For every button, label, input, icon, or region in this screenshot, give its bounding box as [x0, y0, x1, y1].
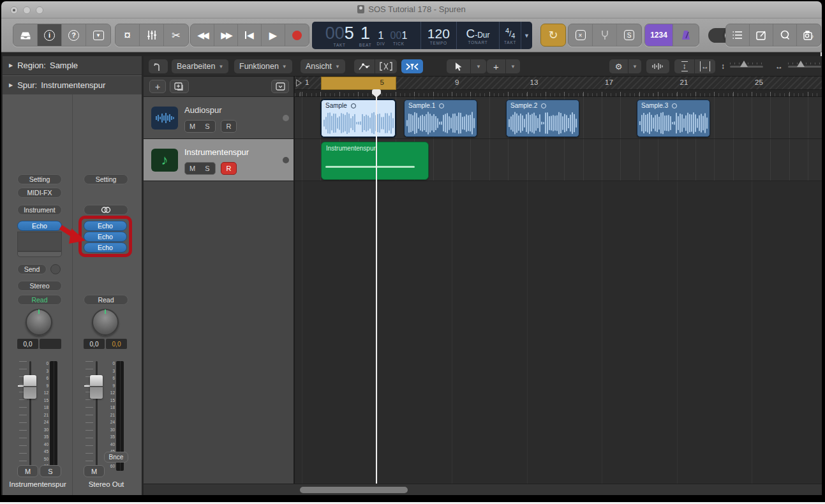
solo-button-left-strip[interactable]: S: [40, 465, 61, 477]
horizontal-zoom-thumb[interactable]: [797, 61, 805, 67]
volume-fader-right[interactable]: [90, 375, 103, 399]
solo-mode-button[interactable]: S: [617, 24, 641, 46]
rewind-button[interactable]: ◀◀: [191, 24, 214, 46]
record-enable-button-track2[interactable]: R: [221, 162, 237, 175]
send-button[interactable]: Send: [17, 264, 47, 274]
list-editors-button[interactable]: [726, 24, 750, 46]
vertical-zoom-thumb[interactable]: [740, 61, 748, 67]
smart-controls-button[interactable]: ¤: [115, 24, 140, 46]
forward-button[interactable]: ▶▶: [214, 24, 238, 46]
audio-region-sample.3[interactable]: Sample.3: [637, 100, 710, 137]
track-name[interactable]: Audiospur: [184, 105, 222, 115]
fader-scale-value: 21: [110, 413, 115, 417]
inspector-button[interactable]: i: [38, 24, 62, 46]
snap-chevron[interactable]: ▼: [628, 59, 641, 73]
volume-fader-left[interactable]: [24, 375, 36, 399]
echo-plugin-slot-left[interactable]: Echo: [17, 221, 62, 231]
audio-region-sample[interactable]: Sample: [321, 100, 396, 137]
back-button[interactable]: [149, 59, 168, 73]
mute-button-track2[interactable]: M: [184, 162, 200, 175]
scrollbar-thumb[interactable]: [300, 487, 408, 493]
cycle-button[interactable]: ↻: [540, 24, 566, 47]
pointer-tool-button[interactable]: [447, 59, 471, 73]
autopunch-button[interactable]: ×: [569, 24, 593, 46]
mute-button-track1[interactable]: M: [184, 120, 200, 133]
metronome-button[interactable]: [673, 24, 699, 46]
stereo-format-button[interactable]: [84, 205, 128, 215]
automation-button[interactable]: [354, 59, 375, 73]
mute-button-right-strip[interactable]: M: [84, 465, 105, 477]
mixer-button[interactable]: [140, 24, 164, 46]
menu-ansicht[interactable]: Ansicht▼: [301, 59, 345, 73]
audio-region-sample.1[interactable]: Sample.1: [404, 100, 477, 137]
echo-plugin-slot-3[interactable]: Echo: [84, 242, 127, 253]
echo-plugin-slot-2[interactable]: Echo: [84, 232, 127, 242]
track-header-instrumentenspur[interactable]: ♪ Instrumentenspur M S R: [144, 139, 294, 181]
catch-playhead-button[interactable]: [401, 59, 423, 73]
midi-fx-slot[interactable]: MIDI-FX: [17, 188, 62, 198]
track-header-audiospur[interactable]: Audiospur M S R: [144, 97, 294, 139]
fader-scale-value: 3: [112, 369, 115, 373]
toolbar-toggle-button[interactable]: ▾: [86, 24, 110, 46]
horizontal-zoom-slider[interactable]: [788, 66, 821, 68]
count-in-button[interactable]: 1234: [645, 24, 673, 46]
empty-plugin-area[interactable]: [17, 232, 62, 251]
library-button[interactable]: [13, 24, 38, 46]
instrument-slot[interactable]: Instrument: [17, 205, 62, 215]
mute-button-left-strip[interactable]: M: [17, 465, 38, 477]
note-pads-button[interactable]: [750, 24, 773, 46]
cycle-region[interactable]: [321, 77, 396, 90]
setting-button-right[interactable]: Setting: [84, 174, 128, 184]
track-header-options-button[interactable]: [271, 80, 289, 93]
output-button[interactable]: Stereo: [17, 281, 62, 291]
send-knob[interactable]: [50, 264, 61, 274]
pointer-tool-chevron[interactable]: ▼: [471, 59, 486, 73]
document-icon: [357, 5, 364, 13]
volume-value-left[interactable]: 0,0: [17, 339, 38, 349]
bounce-button[interactable]: Bnce: [104, 452, 128, 463]
vertical-zoom-slider[interactable]: [730, 66, 763, 68]
solo-button-track2[interactable]: S: [200, 162, 216, 175]
pan-knob-right[interactable]: [92, 309, 119, 336]
echo-plugin-slot-1[interactable]: Echo: [84, 221, 127, 231]
waveform-zoom-button[interactable]: [646, 59, 669, 73]
menu-bearbeiten[interactable]: Bearbeiten▼: [172, 59, 228, 73]
record-button[interactable]: [285, 24, 309, 46]
loop-browser-button[interactable]: [773, 24, 797, 46]
solo-button-track1[interactable]: S: [200, 120, 216, 133]
track-name[interactable]: Instrumentenspur: [184, 147, 249, 157]
scissors-tool-button[interactable]: ✂: [164, 24, 188, 46]
playhead-line[interactable]: [376, 89, 377, 484]
audio-region-sample.2[interactable]: Sample.2: [506, 100, 579, 137]
media-browser-button[interactable]: ♪: [797, 24, 821, 46]
region-inspector-header[interactable]: ▶ Region:Sample: [3, 56, 142, 75]
duplicate-track-button[interactable]: [170, 80, 189, 93]
lcd-display[interactable]: 005TAKT 1BEAT 1DIV 001TICK 120TEMPO C-Du…: [312, 22, 532, 49]
automation-mode-button-right[interactable]: Read: [84, 295, 128, 305]
track-inspector-header[interactable]: ▶ Spur:Instrumentenspur: [3, 76, 142, 95]
midi-region-instrumentenspur[interactable]: Instrumentenspur: [321, 142, 429, 180]
fader-scale-value: 6: [112, 376, 115, 380]
lcd-options-chevron[interactable]: ▼: [521, 22, 532, 49]
pan-knob-left[interactable]: [26, 309, 52, 336]
vertical-auto-zoom-button[interactable]: ↕: [674, 59, 695, 73]
empty-lane-area[interactable]: [295, 181, 822, 484]
horizontal-auto-zoom-button[interactable]: ↔: [695, 59, 715, 73]
command-tool-chevron[interactable]: ▼: [506, 59, 520, 73]
gear-icon[interactable]: ⚙: [609, 59, 628, 73]
gain-value-right[interactable]: 0,0: [106, 339, 127, 349]
add-track-button[interactable]: +: [149, 80, 166, 93]
tuner-button[interactable]: [593, 24, 617, 46]
menu-funktionen[interactable]: Funktionen▼: [234, 59, 292, 73]
command-click-tool-button[interactable]: +: [487, 59, 506, 73]
automation-mode-button-left[interactable]: Read: [17, 295, 62, 305]
record-enable-button-track1[interactable]: R: [221, 120, 237, 133]
quick-help-button[interactable]: ?: [62, 24, 86, 46]
gain-value-left[interactable]: [40, 339, 61, 349]
stop-button[interactable]: ◀: [238, 24, 262, 46]
setting-button-left[interactable]: Setting: [17, 174, 62, 184]
volume-value-right[interactable]: 0,0: [84, 339, 105, 349]
grid-line: [564, 139, 565, 181]
flex-button[interactable]: [375, 59, 397, 73]
play-button[interactable]: ▶: [262, 24, 285, 46]
